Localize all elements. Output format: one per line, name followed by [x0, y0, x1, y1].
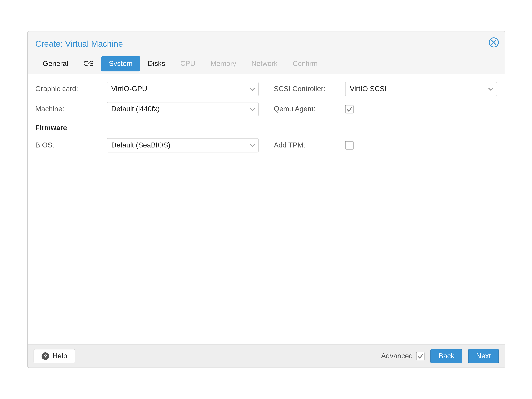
- checkbox-add-tpm[interactable]: [345, 141, 354, 150]
- combo-graphic-card[interactable]: [107, 82, 259, 96]
- dialog-body: Graphic card: SCSI Controller:: [28, 74, 505, 344]
- combo-machine[interactable]: [107, 102, 259, 116]
- tab-network: Network: [244, 56, 285, 71]
- tab-general[interactable]: General: [35, 56, 76, 71]
- field-machine: Machine:: [35, 102, 259, 116]
- field-add-tpm: Add TPM:: [274, 138, 497, 152]
- input-machine[interactable]: [107, 102, 259, 116]
- field-firmware-heading: Firmware: [35, 122, 497, 132]
- checkbox-advanced[interactable]: [416, 352, 424, 360]
- close-icon: [491, 40, 496, 45]
- checkbox-qemu-agent[interactable]: [345, 105, 354, 114]
- tab-memory: Memory: [203, 56, 244, 71]
- label-add-tpm: Add TPM:: [274, 141, 341, 150]
- input-graphic-card[interactable]: [107, 82, 259, 96]
- next-label: Next: [476, 352, 491, 360]
- input-scsi-controller[interactable]: [345, 82, 497, 96]
- advanced-toggle[interactable]: Advanced: [381, 352, 424, 360]
- label-qemu-agent: Qemu Agent:: [274, 105, 341, 114]
- combo-scsi-controller[interactable]: [345, 82, 497, 96]
- field-graphic-card: Graphic card:: [35, 82, 259, 96]
- label-machine: Machine:: [35, 105, 102, 114]
- advanced-label: Advanced: [381, 352, 413, 360]
- label-bios: BIOS:: [35, 141, 102, 150]
- combo-bios[interactable]: [107, 138, 259, 152]
- field-qemu-agent: Qemu Agent:: [274, 102, 497, 116]
- dialog-header: Create: Virtual Machine General OS Syste…: [28, 32, 505, 74]
- help-button[interactable]: ? Help: [34, 349, 75, 363]
- create-vm-dialog: Create: Virtual Machine General OS Syste…: [27, 31, 505, 368]
- field-scsi-controller: SCSI Controller:: [274, 82, 497, 96]
- tab-os[interactable]: OS: [76, 56, 101, 71]
- close-button[interactable]: [489, 37, 499, 47]
- wizard-tabs: General OS System Disks CPU Memory Netwo…: [35, 56, 497, 74]
- dialog-title: Create: Virtual Machine: [35, 39, 497, 49]
- back-button[interactable]: Back: [431, 349, 462, 363]
- tab-system[interactable]: System: [101, 56, 140, 71]
- label-graphic-card: Graphic card:: [35, 85, 102, 93]
- input-bios[interactable]: [107, 138, 259, 152]
- section-heading-firmware: Firmware: [35, 122, 67, 132]
- back-label: Back: [438, 352, 454, 360]
- label-scsi-controller: SCSI Controller:: [274, 85, 341, 93]
- tab-confirm: Confirm: [285, 56, 325, 71]
- tab-cpu: CPU: [173, 56, 203, 71]
- help-icon: ?: [42, 352, 49, 360]
- field-bios: BIOS:: [35, 138, 259, 152]
- help-label: Help: [52, 352, 67, 360]
- system-form: Graphic card: SCSI Controller:: [35, 82, 497, 152]
- next-button[interactable]: Next: [468, 349, 499, 363]
- dialog-footer: ? Help Advanced Back Next: [28, 344, 505, 367]
- tab-disks[interactable]: Disks: [140, 56, 173, 71]
